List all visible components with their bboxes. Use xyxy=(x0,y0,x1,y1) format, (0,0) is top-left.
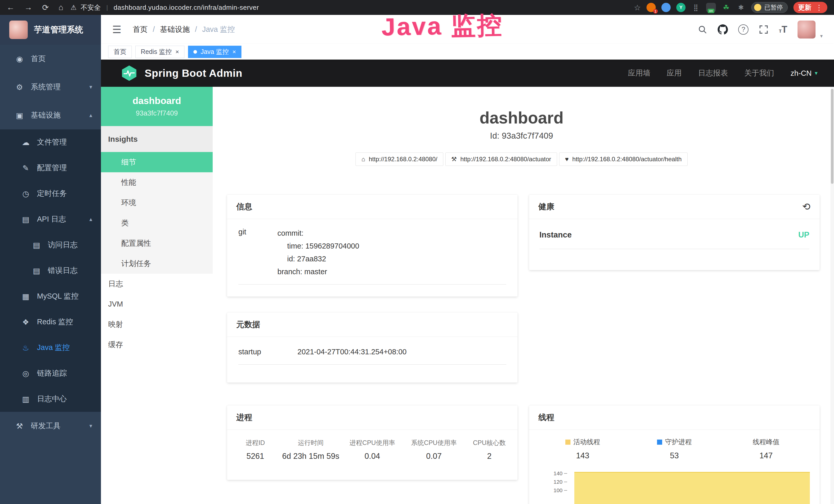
user-avatar[interactable] xyxy=(797,21,815,39)
sidebar-item-jvm[interactable]: JVM xyxy=(101,294,213,314)
sidebar-item-access-logs[interactable]: ▤ 访问日志 xyxy=(0,232,101,258)
tab-label: Java 监控 xyxy=(201,47,229,56)
tab-java-monitor[interactable]: Java 监控 × xyxy=(188,46,241,58)
github-icon[interactable] xyxy=(718,24,728,35)
reload-icon[interactable]: ⟳ xyxy=(42,3,49,12)
sidebar-item-tracing[interactable]: ◎ 链路追踪 xyxy=(0,361,101,386)
sidebar-item-logs[interactable]: 日志 xyxy=(101,274,213,294)
history-icon[interactable]: ⟲ xyxy=(802,201,810,212)
breadcrumb-home[interactable]: 首页 xyxy=(133,24,148,35)
sidebar-item-log-center[interactable]: ▥ 日志中心 xyxy=(0,386,101,412)
sidebar-item-java-monitor[interactable]: ♨ Java 监控 xyxy=(0,335,101,361)
sidebar-item-scheduled[interactable]: 计划任务 xyxy=(101,253,213,274)
metric-value: 5261 xyxy=(231,452,280,461)
forward-icon[interactable]: → xyxy=(24,3,32,12)
locale-label: zh-CN xyxy=(791,69,812,77)
scrollbar[interactable] xyxy=(830,87,834,504)
link-icon: ◎ xyxy=(21,369,31,378)
sidebar-item-environment[interactable]: 环境 xyxy=(101,192,213,213)
sba-nav-journal[interactable]: 日志报表 xyxy=(698,68,728,78)
tab-home[interactable]: 首页 xyxy=(108,46,132,58)
item-label: 配置属性 xyxy=(121,238,151,249)
doc-icon: ▤ xyxy=(31,266,42,275)
sba-brand-title[interactable]: Spring Boot Admin xyxy=(145,67,242,79)
metric-label: 进程ID xyxy=(231,438,280,447)
metric-cell: CPU核心数 2 xyxy=(465,438,514,461)
sidebar-item-redis-monitor[interactable]: ❖ Redis 监控 xyxy=(0,309,101,335)
card-header: 信息 xyxy=(227,194,518,219)
tick-mark xyxy=(564,490,567,491)
sidebar-item-error-logs[interactable]: ▤ 错误日志 xyxy=(0,258,101,283)
sidebar-item-classes[interactable]: 类 xyxy=(101,213,213,233)
sba-nav-applications[interactable]: 应用 xyxy=(667,68,682,78)
sidebar-item-scheduled-tasks[interactable]: ◷ 定时任务 xyxy=(0,181,101,206)
sidebar-item-mappings[interactable]: 映射 xyxy=(101,314,213,335)
sidebar-item-label: 研发工具 xyxy=(31,421,61,431)
actuator-url-link[interactable]: ⚒ http://192.168.0.2:48080/actuator xyxy=(445,153,557,166)
close-icon[interactable]: × xyxy=(175,49,179,55)
font-size-icon[interactable]: тT xyxy=(779,24,787,35)
breadcrumb-current: Java 监控 xyxy=(202,24,235,35)
extension-leaf-icon[interactable]: ☘ xyxy=(722,3,731,12)
extension-switch-icon[interactable]: on xyxy=(706,3,716,12)
sidebar-item-mysql-monitor[interactable]: ▦ MySQL 监控 xyxy=(0,283,101,309)
update-button[interactable]: 更新 ⋮ xyxy=(793,2,827,13)
sidebar-item-label: 系统管理 xyxy=(31,82,61,92)
metric-cell: 进程ID 5261 xyxy=(231,438,280,461)
sidebar-item-caches[interactable]: 缓存 xyxy=(101,335,213,355)
paused-label: 已暂停 xyxy=(764,3,783,12)
sidebar-item-api-logs[interactable]: ▤ API 日志 ▴ xyxy=(0,206,101,232)
sba-nav-wallboard[interactable]: 应用墙 xyxy=(628,68,650,78)
java-icon: ♨ xyxy=(21,343,31,352)
sidebar-item-label: 错误日志 xyxy=(48,266,78,276)
tab-redis-monitor[interactable]: Redis 监控 × xyxy=(135,46,184,58)
sidebar-item-home[interactable]: ◉ 首页 xyxy=(0,45,101,73)
link-url: http://192.168.0.2:48080/actuator/health xyxy=(572,156,682,163)
close-icon[interactable]: × xyxy=(233,49,236,55)
bookmark-star-icon[interactable]: ☆ xyxy=(634,3,641,12)
kebab-menu-icon[interactable]: ⋮ xyxy=(815,3,823,12)
locale-select[interactable]: zh-CN ▾ xyxy=(791,69,817,77)
tick-label: 120 xyxy=(553,479,563,485)
card-title: 线程 xyxy=(539,412,554,423)
back-icon[interactable]: ← xyxy=(7,3,15,12)
sidebar-item-dev-tools[interactable]: ⚒ 研发工具 ▾ xyxy=(0,412,101,440)
hamburger-icon[interactable]: ☰ xyxy=(112,24,122,36)
cards-column-left: 信息 git commit: time: 1596289704000 id: 2… xyxy=(227,194,518,504)
sidebar-item-label: 首页 xyxy=(31,54,46,64)
sidebar-item-metrics[interactable]: 性能 xyxy=(101,172,213,192)
fullscreen-icon[interactable] xyxy=(759,25,768,35)
sidebar-item-infrastructure[interactable]: ▣ 基础设施 ▴ xyxy=(0,101,101,130)
breadcrumb-infrastructure[interactable]: 基础设施 xyxy=(160,24,190,35)
scrollbar-thumb[interactable] xyxy=(831,89,833,184)
sba-nav-about[interactable]: 关于我们 xyxy=(744,68,774,78)
extension-puzzle-icon[interactable]: ✱ xyxy=(737,3,746,12)
extension-grid-icon[interactable]: ⣿ xyxy=(691,3,700,12)
info-line: time: 1596289704000 xyxy=(278,239,359,252)
address-bar[interactable]: ⚠ 不安全 | dashboard.yudao.iocoder.cn/infra… xyxy=(71,3,627,12)
card-body: git commit: time: 1596289704000 id: 27aa… xyxy=(227,219,518,284)
y-axis-label: 140 xyxy=(537,471,567,476)
help-icon[interactable]: ? xyxy=(738,24,748,35)
sidebar-item-config-props[interactable]: 配置属性 xyxy=(101,233,213,253)
tick-label: 100 xyxy=(553,487,563,494)
service-url-link[interactable]: ⌂ http://192.168.0.2:48080/ xyxy=(355,153,443,166)
url-text[interactable]: dashboard.yudao.iocoder.cn/infra/admin-s… xyxy=(113,4,259,12)
tab-bar: 首页 Redis 监控 × Java 监控 × xyxy=(101,44,834,60)
sidebar-item-details[interactable]: 细节 xyxy=(101,152,213,172)
sidebar-item-file-manage[interactable]: ☁ 文件管理 xyxy=(0,130,101,155)
health-url-link[interactable]: ♥ http://192.168.0.2:48080/actuator/heal… xyxy=(559,153,687,166)
extension-drop-icon[interactable] xyxy=(661,3,671,12)
instance-header: dashboard 93a3fc7f7409 xyxy=(101,87,213,126)
avatar-caret-icon[interactable]: ▾ xyxy=(820,33,823,39)
metric-cell: 进程CPU使用率 0.04 xyxy=(342,438,403,461)
sidebar-item-config-manage[interactable]: ✎ 配置管理 xyxy=(0,155,101,181)
paused-badge[interactable]: 已暂停 xyxy=(751,2,788,13)
extension-teal-icon[interactable]: Y xyxy=(676,3,685,12)
sidebar-item-system[interactable]: ⚙ 系统管理 ▾ xyxy=(0,73,101,101)
home-icon[interactable]: ⌂ xyxy=(59,3,63,12)
security-label[interactable]: 不安全 xyxy=(81,3,101,12)
legend-value: 143 xyxy=(537,451,629,460)
extension-orange-icon[interactable]: 1 xyxy=(646,3,656,12)
search-icon[interactable] xyxy=(698,25,707,35)
